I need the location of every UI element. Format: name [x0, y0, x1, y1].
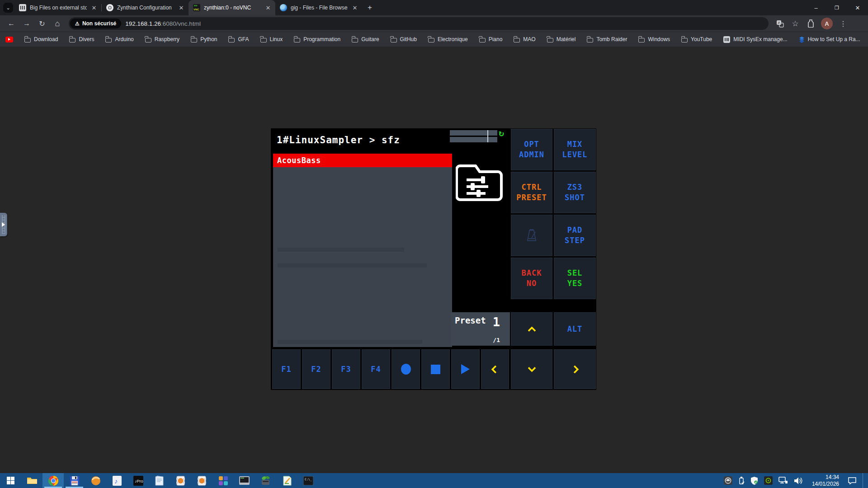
extension-icon[interactable] — [806, 19, 816, 28]
vnc-icon — [193, 4, 200, 11]
taskbar-floppy-app[interactable] — [64, 473, 85, 488]
new-tab-button[interactable]: + — [364, 2, 376, 14]
home-button[interactable]: ⌂ — [51, 17, 64, 30]
selected-preset-row[interactable]: AcousBass — [273, 154, 452, 167]
defender-tray-icon[interactable] — [750, 476, 758, 485]
bookmark-folder[interactable]: Tomb Raider — [587, 36, 627, 42]
bookmark-folder[interactable]: Divers — [69, 36, 94, 42]
bookmark-folder[interactable]: Windows — [638, 36, 670, 42]
record-button[interactable] — [392, 349, 420, 389]
play-button[interactable] — [451, 349, 480, 389]
tab-close-icon[interactable]: ✕ — [178, 5, 185, 11]
arrow-left-button[interactable] — [481, 349, 509, 389]
back-no-button[interactable]: BACK NO — [511, 258, 552, 299]
bookmark-folder[interactable]: Piano — [479, 36, 503, 42]
tab-file-browser[interactable]: gig - Files - File Browser ✕ — [275, 0, 362, 15]
mix-level-button[interactable]: MIX LEVEL — [554, 129, 596, 170]
network-tray-icon[interactable] — [778, 477, 788, 485]
f1-button[interactable]: F1 — [272, 349, 301, 389]
metronome-button[interactable] — [511, 215, 552, 256]
tab-close-icon[interactable]: ✕ — [351, 5, 359, 11]
show-desktop-button[interactable] — [863, 473, 865, 488]
address-bar[interactable]: ⚠ Non sécurisé 192.168.1.26:6080/vnc.htm… — [69, 17, 769, 30]
pad-step-button[interactable]: PAD STEP — [554, 215, 596, 256]
security-chip[interactable]: ⚠ Non sécurisé — [70, 19, 121, 28]
taskbar-audio-doc-1[interactable] — [170, 473, 191, 488]
taskbar-screen-capture-app[interactable] — [234, 473, 255, 488]
taskbar-clock[interactable]: 14:34 14/01/2026 — [809, 474, 842, 488]
taskbar-sampler-app[interactable] — [255, 473, 276, 488]
svg-text:♪: ♪ — [114, 477, 118, 485]
windows-logo-icon — [7, 477, 14, 484]
ctrl-preset-button[interactable]: CTRL PRESET — [511, 172, 552, 213]
close-button[interactable]: ✕ — [847, 0, 868, 15]
f3-button[interactable]: F3 — [332, 349, 360, 389]
bookmark-folder[interactable]: GFA — [228, 36, 249, 42]
sel-yes-button[interactable]: SEL YES — [554, 258, 596, 299]
start-button[interactable] — [0, 473, 21, 488]
volume-tray-icon[interactable] — [794, 477, 803, 485]
nvidia-tray-icon[interactable] — [764, 476, 773, 485]
bookmark-folder[interactable]: YouTube — [681, 36, 712, 42]
taskbar-notepad-plus[interactable] — [276, 473, 297, 488]
minimize-button[interactable]: – — [806, 0, 826, 15]
bookmark-folder[interactable]: Matériel — [547, 36, 576, 42]
preset-list[interactable]: AcousBass — [273, 154, 452, 347]
bookmark-folder[interactable]: MAO — [514, 36, 535, 42]
bookmark-howto[interactable]: How to Set Up a Ra... — [799, 36, 860, 43]
taskbar-file-explorer[interactable] — [21, 473, 42, 488]
taskbar-music-player[interactable]: ♪ — [106, 473, 127, 488]
bookmark-label: How to Set Up a Ra... — [808, 36, 860, 42]
forward-button[interactable]: → — [20, 17, 33, 30]
tab-zynthian-config[interactable]: Zynthian Configuration ✕ — [102, 0, 189, 15]
bookmark-folder[interactable]: Arduino — [105, 36, 133, 42]
bookmark-star-icon[interactable]: ☆ — [790, 19, 800, 28]
folder-icon — [69, 38, 75, 42]
color-blocks-icon — [218, 476, 228, 486]
taskbar-command-prompt[interactable]: C:\_ — [297, 473, 319, 488]
usb-tray-icon[interactable] — [738, 476, 745, 485]
arrow-right-button[interactable] — [554, 349, 596, 389]
tab-novnc-active[interactable]: zynthian:0 - noVNC ✕ — [189, 0, 275, 15]
browser-menu-icon[interactable]: ⋮ — [838, 19, 848, 28]
device-tray-icon[interactable] — [724, 476, 732, 485]
tab-close-icon[interactable]: ✕ — [264, 5, 272, 11]
bookmark-midi-sysex[interactable]: MIDI SysEx manage... — [723, 36, 787, 43]
bookmark-folder[interactable]: Python — [191, 36, 217, 42]
taskbar-chrome[interactable] — [42, 473, 64, 488]
opt-admin-button[interactable]: OPT ADMIN — [511, 129, 552, 170]
action-center-icon[interactable] — [848, 477, 857, 485]
alt-button[interactable]: ALT — [554, 312, 596, 346]
bookmark-folder[interactable]: Programmation — [294, 36, 340, 42]
taskbar-amber-app[interactable] — [85, 473, 106, 488]
zs3-shot-button[interactable]: ZS3 SHOT — [554, 172, 596, 213]
bookmarks-bar: Download Divers Arduino Raspberry Python… — [0, 32, 868, 47]
tab-search-button[interactable]: ⌄ — [3, 3, 13, 13]
bookmark-label: Windows — [648, 36, 670, 42]
translate-icon[interactable]: A — [775, 20, 785, 28]
f2-button[interactable]: F2 — [302, 349, 330, 389]
bookmark-youtube[interactable] — [5, 37, 13, 42]
maximize-button[interactable]: ❐ — [826, 0, 847, 15]
taskbar-color-blocks-app[interactable] — [212, 473, 234, 488]
bookmark-folder[interactable]: GitHub — [391, 36, 417, 42]
back-button[interactable]: ← — [5, 17, 18, 30]
tab-close-icon[interactable]: ✕ — [90, 5, 98, 11]
bookmark-folder[interactable]: Guitare — [352, 36, 379, 42]
bookmark-folder[interactable]: Electronique — [428, 36, 468, 42]
bookmark-folder[interactable]: Raspberry — [145, 36, 179, 42]
profile-avatar[interactable]: A — [821, 18, 833, 29]
arrow-up-button[interactable] — [511, 312, 552, 346]
bookmark-label: Piano — [489, 36, 503, 42]
arrow-down-button[interactable] — [511, 349, 552, 389]
bookmark-folder[interactable]: Linux — [260, 36, 283, 42]
f4-button[interactable]: F4 — [362, 349, 390, 389]
reload-button[interactable]: ↻ — [35, 17, 49, 30]
stop-button[interactable] — [421, 349, 450, 389]
bookmark-folder[interactable]: Download — [24, 36, 58, 42]
tab-big-files[interactable]: Big Files on external storage - U ✕ — [14, 0, 101, 15]
taskbar-audio-doc-2[interactable] — [191, 473, 212, 488]
taskbar-notepad[interactable] — [149, 473, 170, 488]
novnc-control-bar-handle[interactable] — [0, 213, 7, 236]
taskbar-pro-audio-app[interactable]: ♪Pro — [127, 473, 149, 488]
